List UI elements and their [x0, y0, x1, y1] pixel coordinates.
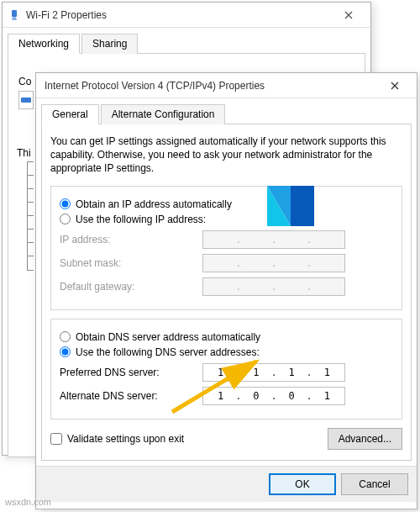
ok-button[interactable]: OK: [269, 473, 336, 495]
validate-checkbox[interactable]: [50, 433, 62, 445]
radio-dns-auto-input[interactable]: [60, 331, 71, 342]
alternate-dns-input[interactable]: 1. 0. 0. 1: [202, 387, 345, 405]
field-subnet-mask: Subnet mask: ...: [60, 254, 393, 272]
radio-ip-manual-input[interactable]: [60, 214, 71, 224]
wifi-close-button[interactable]: [332, 3, 365, 27]
wifi-tabs: Networking Sharing: [8, 33, 365, 54]
ipv4-titlebar: Internet Protocol Version 4 (TCP/IPv4) P…: [36, 73, 417, 98]
radio-ip-manual-label: Use the following IP address:: [76, 214, 206, 225]
default-gateway-input: ...: [202, 277, 345, 296]
preferred-dns-input[interactable]: 1. 1. 1. 1: [202, 363, 345, 382]
svg-rect-1: [21, 98, 31, 103]
wifi-titlebar: Wi-Fi 2 Properties: [3, 3, 370, 28]
connect-using-fragment: Co: [18, 76, 31, 87]
radio-dns-manual-input[interactable]: [60, 346, 71, 357]
default-gateway-label: Default gateway:: [60, 281, 202, 293]
radio-ip-auto-label: Obtain an IP address automatically: [76, 198, 232, 210]
validate-label: Validate settings upon exit: [67, 433, 184, 445]
ip-address-group: Obtain an IP address automatically Use t…: [50, 186, 402, 310]
radio-ip-auto-input[interactable]: [60, 198, 71, 209]
field-default-gateway: Default gateway: ...: [60, 277, 393, 296]
validate-checkbox-row[interactable]: Validate settings upon exit: [50, 433, 184, 445]
ipv4-close-button[interactable]: [378, 74, 412, 98]
field-preferred-dns: Preferred DNS server: 1. 1. 1. 1: [60, 363, 393, 382]
dialog-button-row: OK Cancel: [36, 466, 417, 502]
svg-rect-0: [12, 10, 17, 17]
radio-ip-auto[interactable]: Obtain an IP address automatically: [60, 198, 393, 210]
preferred-dns-label: Preferred DNS server:: [60, 367, 202, 378]
radio-dns-auto[interactable]: Obtain DNS server address automatically: [60, 331, 393, 343]
tab-networking[interactable]: Networking: [8, 34, 80, 54]
field-alternate-dns: Alternate DNS server: 1. 0. 0. 1: [60, 387, 393, 405]
radio-dns-auto-label: Obtain DNS server address automatically: [76, 331, 260, 343]
ip-address-label: IP address:: [60, 234, 202, 245]
subnet-mask-input: ...: [202, 254, 345, 272]
tab-general[interactable]: General: [41, 104, 99, 124]
windows-club-logo: [266, 185, 315, 227]
radio-dns-manual[interactable]: Use the following DNS server addresses:: [60, 346, 393, 358]
subnet-mask-label: Subnet mask:: [60, 257, 202, 269]
ipv4-properties-dialog: Internet Protocol Version 4 (TCP/IPv4) P…: [35, 72, 417, 509]
ipv4-title: Internet Protocol Version 4 (TCP/IPv4) P…: [41, 80, 378, 92]
cancel-button[interactable]: Cancel: [341, 473, 408, 495]
dns-group: Obtain DNS server address automatically …: [50, 319, 402, 420]
tab-sharing[interactable]: Sharing: [81, 34, 138, 54]
tab-alternate[interactable]: Alternate Configuration: [101, 104, 226, 124]
ip-address-input: ...: [202, 230, 345, 249]
protocol-list-fragment: [27, 161, 34, 271]
field-ip-address: IP address: ...: [60, 230, 393, 249]
ipv4-description: You can get IP settings assigned automat…: [50, 135, 402, 176]
radio-dns-manual-label: Use the following DNS server addresses:: [76, 346, 260, 358]
ipv4-tab-body: You can get IP settings assigned automat…: [41, 124, 412, 461]
network-icon: [8, 8, 21, 22]
validate-advanced-row: Validate settings upon exit Advanced...: [50, 428, 402, 450]
advanced-button[interactable]: Advanced...: [328, 428, 402, 450]
svg-marker-3: [291, 186, 314, 226]
watermark: wsxdn.com: [5, 497, 51, 507]
wifi-title: Wi-Fi 2 Properties: [26, 9, 332, 21]
ipv4-tabs: General Alternate Configuration: [41, 103, 412, 124]
radio-ip-manual[interactable]: Use the following IP address:: [60, 214, 393, 225]
adapter-icon-fragment: [18, 91, 34, 109]
alternate-dns-label: Alternate DNS server:: [60, 390, 202, 402]
list-label-fragment: Thi: [17, 147, 31, 159]
